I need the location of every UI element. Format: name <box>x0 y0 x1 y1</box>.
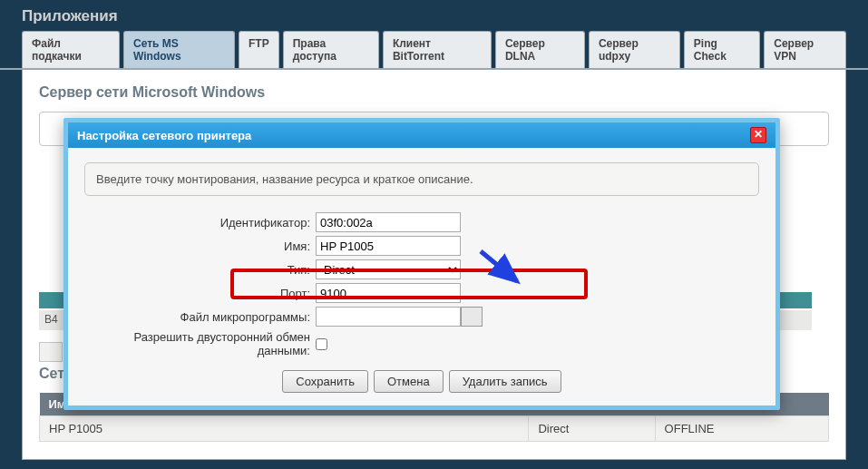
tab-bittorrent[interactable]: Клиент BitTorrent <box>383 31 492 68</box>
tab-access[interactable]: Права доступа <box>283 31 379 68</box>
row-type: Тип: Direct <box>84 259 759 279</box>
delete-button[interactable]: Удалить запись <box>449 370 561 393</box>
modal-buttons: Сохранить Отмена Удалить запись <box>84 370 759 393</box>
modal-hint: Введите точку монтирования, название рес… <box>84 162 759 196</box>
firmware-label: Файл микропрограммы: <box>84 310 316 324</box>
cell-type: Direct <box>529 416 655 442</box>
bidir-label: Разрешить двусторонний обмен данными: <box>84 330 316 357</box>
tab-ms-windows[interactable]: Сеть MS Windows <box>123 31 235 68</box>
row-id: Идентификатор: <box>84 212 759 232</box>
tab-dlna[interactable]: Сервер DLNA <box>495 31 585 68</box>
tab-vpn[interactable]: Сервер VPN <box>764 31 846 68</box>
tab-bar: Файл подкачки Сеть MS Windows FTP Права … <box>0 31 868 70</box>
page-title: Приложения <box>0 0 868 31</box>
modal-titlebar: Настройка сетевого принтера ✕ <box>68 122 775 148</box>
tab-swap[interactable]: Файл подкачки <box>22 31 120 68</box>
row-name: Имя: <box>84 236 759 256</box>
name-input[interactable] <box>316 236 461 256</box>
browse-button[interactable] <box>461 307 483 327</box>
port-label: Порт: <box>84 287 316 300</box>
save-button[interactable]: Сохранить <box>282 370 368 393</box>
row-bidir: Разрешить двусторонний обмен данными: <box>84 330 759 357</box>
type-label: Тип: <box>84 263 316 277</box>
close-icon[interactable]: ✕ <box>750 127 766 143</box>
name-label: Имя: <box>84 239 316 253</box>
modal-title-text: Настройка сетевого принтера <box>77 129 251 142</box>
small-button-box[interactable] <box>39 342 63 362</box>
bidir-checkbox[interactable] <box>316 338 327 350</box>
cell-name: HP P1005 <box>40 416 529 442</box>
port-input[interactable] <box>316 283 461 303</box>
firmware-input[interactable] <box>316 307 461 327</box>
row-firmware: Файл микропрограммы: <box>84 307 759 327</box>
id-label: Идентификатор: <box>84 216 316 230</box>
printer-settings-modal: Настройка сетевого принтера ✕ Введите то… <box>63 118 780 410</box>
id-input[interactable] <box>316 212 461 232</box>
section-title: Сервер сети Microsoft Windows <box>39 84 829 101</box>
tab-ftp[interactable]: FTP <box>239 31 279 68</box>
row-port: Порт: <box>84 283 759 303</box>
tab-udpxy[interactable]: Сервер udpxy <box>589 31 680 68</box>
cancel-button[interactable]: Отмена <box>374 370 444 393</box>
tab-pingcheck[interactable]: Ping Check <box>684 31 760 68</box>
table-row[interactable]: HP P1005 Direct OFFLINE <box>40 416 829 442</box>
type-select[interactable]: Direct <box>316 259 461 279</box>
cell-status: OFFLINE <box>655 416 828 442</box>
